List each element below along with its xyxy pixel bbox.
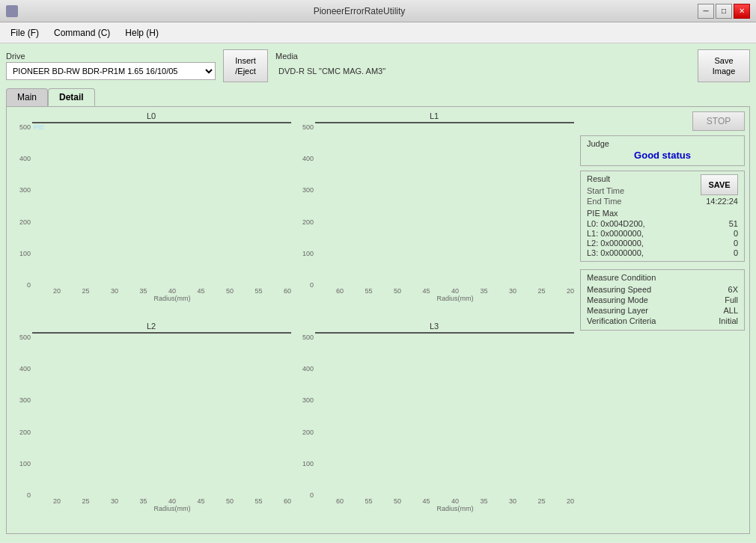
pie-max-label: PIE Max — [587, 209, 618, 218]
measure-criteria-row: Verification Criteria Initial — [587, 316, 738, 325]
close-button[interactable]: ✕ — [734, 4, 750, 19]
chart-l3: L3 500 400 300 200 100 0 — [294, 322, 574, 529]
drive-select[interactable]: PIONEER BD-RW BDR-PR1M 1.65 16/10/05 — [6, 62, 216, 80]
pie-l2-key: L2: 0x0000000, — [587, 239, 644, 248]
save-button[interactable]: SAVE — [701, 174, 738, 195]
title-bar: PioneerErrorRateUtility ─ □ ✕ — [0, 0, 756, 22]
end-time-value: 14:22:24 — [706, 197, 738, 206]
chart-l3-title: L3 — [294, 322, 574, 331]
chart-l3-x-axis: 605550454035302520 — [315, 497, 574, 505]
measure-criteria-value: Initial — [719, 316, 738, 325]
window-controls: ─ □ ✕ — [698, 4, 750, 19]
pie-l1-value: 0 — [734, 229, 738, 238]
y-label-200: 200 — [19, 218, 31, 226]
judge-section: Judge Good status — [580, 135, 745, 166]
menu-help[interactable]: Help (H) — [118, 25, 166, 41]
measure-mode-value: Full — [725, 295, 738, 304]
measure-speed-key: Measuring Speed — [587, 285, 651, 294]
pie-l1-key: L1: 0x0000000, — [587, 229, 644, 238]
result-end-time-row: End Time 14:22:24 — [587, 197, 738, 206]
measure-layer-key: Measuring Layer — [587, 306, 648, 315]
chart-l0-x-axis: 202530354045505560 — [32, 287, 291, 295]
chart-l0: L0 500 400 300 200 100 0 PIE — [11, 111, 291, 319]
app-icon — [6, 5, 18, 17]
media-value: DVD-R SL "CMC MAG. AM3" — [275, 62, 388, 80]
tab-bar: Main Detail — [6, 88, 750, 106]
chart-l2-y-axis: 500 400 300 200 100 0 — [11, 332, 32, 512]
measure-criteria-key: Verification Criteria — [587, 316, 656, 325]
media-group: Media DVD-R SL "CMC MAG. AM3" — [275, 52, 388, 80]
stop-button[interactable]: STOP — [692, 111, 745, 131]
pie-l0-row: L0: 0x004D200, 51 — [587, 219, 738, 228]
right-panel: STOP Judge Good status Result SAVE Start… — [580, 111, 745, 529]
measure-speed-value: 6X — [728, 285, 738, 294]
window-title: PioneerErrorRateUtility — [21, 6, 698, 16]
chart-l0-y-axis: 500 400 300 200 100 0 — [11, 122, 32, 302]
y-label-100: 100 — [19, 250, 31, 257]
chart-l0-inner: 500 400 300 200 100 0 PIE — [11, 122, 291, 302]
chart-l3-plot — [315, 332, 574, 334]
chart-l1-y-axis: 500 400 300 200 100 0 — [294, 122, 315, 302]
measure-speed-row: Measuring Speed 6X — [587, 285, 738, 294]
menu-file[interactable]: File (F) — [3, 25, 46, 41]
y-label-300: 300 — [19, 186, 31, 194]
measure-section: Measure Condition Measuring Speed 6X Mea… — [580, 269, 745, 331]
measure-label: Measure Condition — [587, 273, 738, 282]
result-section: Result SAVE Start Time 14:12:50 End Time… — [580, 171, 745, 262]
measure-mode-key: Measuring Mode — [587, 295, 648, 304]
chart-l1-plot — [315, 122, 574, 123]
chart-l3-y-axis: 500 400 300 200 100 0 — [294, 332, 315, 512]
chart-l3-inner: 500 400 300 200 100 0 — [294, 332, 574, 512]
media-label: Media — [275, 52, 388, 61]
end-time-label: End Time — [587, 197, 621, 206]
y-label-0: 0 — [27, 281, 31, 289]
chart-l1-title: L1 — [294, 111, 574, 120]
chart-l0-title: L0 — [11, 111, 291, 120]
charts-area: L0 500 400 300 200 100 0 PIE — [11, 111, 574, 529]
chart-l3-x-label: Radius(mm) — [315, 505, 574, 512]
chart-l2-x-axis: 202530354045505560 — [32, 497, 291, 505]
menu-command[interactable]: Command (C) — [46, 25, 118, 41]
chart-l2-inner: 500 400 300 200 100 0 — [11, 332, 291, 512]
judge-label: Judge — [587, 139, 738, 148]
insert-eject-button[interactable]: Insert/Eject — [223, 49, 268, 82]
start-time-label: Start Time — [587, 186, 624, 195]
pie-max-label-row: PIE Max — [587, 209, 738, 218]
measure-mode-row: Measuring Mode Full — [587, 295, 738, 304]
drive-group: Drive PIONEER BD-RW BDR-PR1M 1.65 16/10/… — [6, 52, 216, 80]
chart-l1-x-axis: 605550454035302520 — [315, 287, 574, 295]
chart-l2-title: L2 — [11, 322, 291, 331]
tab-main[interactable]: Main — [6, 88, 48, 106]
chart-l1-inner: 500 400 300 200 100 0 — [294, 122, 574, 302]
pie-l3-key: L3: 0x0000000, — [587, 248, 644, 257]
minimize-button[interactable]: ─ — [698, 4, 714, 19]
chart-l1: L1 500 400 300 200 100 0 — [294, 111, 574, 319]
content-area: L0 500 400 300 200 100 0 PIE — [6, 106, 750, 534]
measure-layer-row: Measuring Layer ALL — [587, 306, 738, 315]
save-image-button[interactable]: SaveImage — [698, 49, 750, 82]
pie-l2-row: L2: 0x0000000, 0 — [587, 239, 738, 248]
pie-l1-row: L1: 0x0000000, 0 — [587, 229, 738, 238]
pie-l0-value: 51 — [729, 219, 738, 228]
pie-l2-value: 0 — [734, 239, 738, 248]
chart-l2-x-label: Radius(mm) — [32, 505, 291, 512]
y-label-400: 400 — [19, 155, 31, 162]
restore-button[interactable]: □ — [716, 4, 732, 19]
pie-max-section: PIE Max L0: 0x004D200, 51 L1: 0x0000000,… — [587, 209, 738, 257]
chart-l2: L2 500 400 300 200 100 0 — [11, 322, 291, 529]
chart-l1-x-label: Radius(mm) — [315, 295, 574, 302]
chart-l0-plot — [32, 122, 291, 123]
measure-layer-value: ALL — [723, 306, 738, 315]
judge-value: Good status — [587, 150, 738, 161]
pie-l0-key: L0: 0x004D200, — [587, 219, 645, 228]
pie-l3-value: 0 — [734, 248, 738, 257]
drive-label: Drive — [6, 52, 216, 61]
y-label-500: 500 — [19, 123, 31, 131]
top-section: Drive PIONEER BD-RW BDR-PR1M 1.65 16/10/… — [6, 49, 750, 82]
chart-l0-x-label: Radius(mm) — [32, 295, 291, 302]
menu-bar: File (F) Command (C) Help (H) — [0, 22, 756, 43]
main-content: Drive PIONEER BD-RW BDR-PR1M 1.65 16/10/… — [0, 43, 756, 543]
pie-label: PIE — [34, 123, 45, 131]
chart-l2-plot — [32, 332, 291, 334]
tab-detail[interactable]: Detail — [48, 88, 95, 106]
